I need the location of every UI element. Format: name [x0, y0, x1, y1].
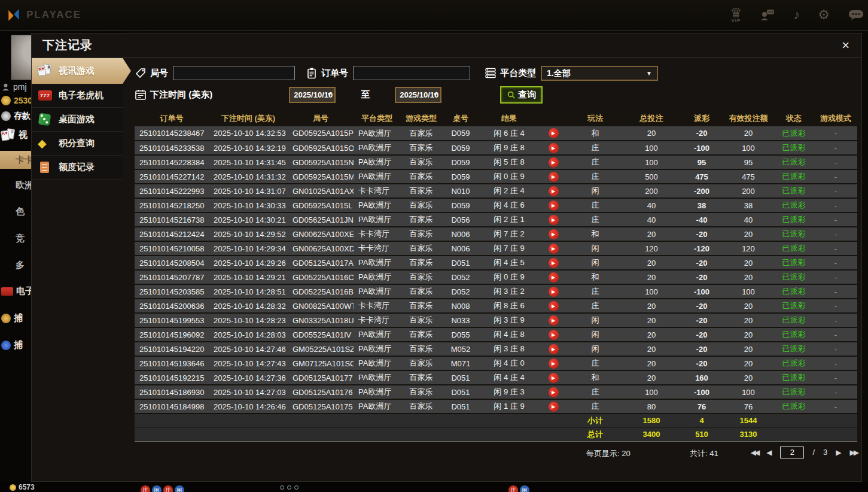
table-row[interactable]: 251010145216738 2025-10-10 14:30:21 GD05… — [135, 212, 857, 227]
person-icon — [1, 83, 10, 92]
col-order: 订单号 — [135, 111, 209, 126]
subtotal-label: 小计 — [568, 414, 623, 427]
roadmap-badges-2: 庄闲 — [508, 484, 531, 492]
menu-quota-records[interactable]: 额度记录 — [32, 156, 123, 180]
search-icon — [507, 90, 516, 99]
nav-slots-fragment[interactable]: 电子 — [1, 286, 34, 297]
bet-records-dialog: 下注记录 × 9K♥ 视讯游戏 777 电子老虎机 桌面游戏 ◆ 积分查询 — [31, 33, 862, 482]
table-row[interactable]: 251010145233538 2025-10-10 14:32:19 GD05… — [135, 141, 857, 155]
page-number-input[interactable] — [780, 447, 804, 458]
play-video-button[interactable]: ▶ — [549, 143, 559, 153]
lobby-bottom-fragment: 6573 庄闲庄闲 庄闲 — [0, 482, 868, 492]
play-icon: ▶ — [549, 258, 559, 268]
menu-video-games[interactable]: 9K♥ 视讯游戏 — [32, 58, 131, 84]
table-row[interactable]: 251010145208504 2025-10-10 14:29:26 GD05… — [135, 256, 857, 270]
play-video-button[interactable]: ▶ — [549, 229, 559, 239]
dialog-title-bar: 下注记录 × — [32, 34, 861, 57]
table-row[interactable]: 251010145238467 2025-10-10 14:32:53 GD05… — [135, 126, 857, 141]
table-row[interactable]: 251010145210058 2025-10-10 14:29:34 GN00… — [135, 241, 857, 256]
platform-type-select[interactable]: 1.全部 ▼ — [541, 66, 658, 81]
first-page-button[interactable]: ◀◀ — [751, 448, 758, 457]
play-video-button[interactable]: ▶ — [549, 373, 559, 383]
deposit-button[interactable]: 存款 — [1, 111, 31, 122]
menu-table-games[interactable]: 桌面游戏 — [32, 108, 123, 132]
col-result: 结果 — [479, 111, 539, 126]
table-row[interactable]: 251010145203585 2025-10-10 14:28:51 GD05… — [135, 284, 857, 299]
play-icon: ▶ — [549, 157, 559, 168]
play-video-button[interactable]: ▶ — [549, 201, 559, 211]
play-icon: ▶ — [549, 201, 559, 211]
play-icon: ▶ — [549, 128, 559, 138]
prev-page-button[interactable]: ◀ — [766, 448, 772, 457]
bet-time-label: 下注时间 (美东) — [150, 89, 212, 101]
table-row[interactable]: 251010145222993 2025-10-10 14:31:07 GN01… — [135, 184, 857, 198]
col-round: 局号 — [288, 111, 354, 126]
round-no-label: 局号 — [150, 68, 168, 79]
play-video-button[interactable]: ▶ — [549, 244, 559, 254]
play-video-button[interactable]: ▶ — [549, 315, 559, 326]
nav-fish1-fragment[interactable]: 捕 — [1, 312, 23, 324]
play-icon: ▶ — [549, 301, 559, 311]
round-no-input[interactable] — [173, 66, 295, 80]
order-no-input[interactable] — [353, 66, 470, 80]
date-from-select[interactable]: 2025/10/10 ▼ — [289, 87, 336, 103]
play-video-button[interactable]: ▶ — [549, 387, 559, 397]
play-video-button[interactable]: ▶ — [549, 258, 559, 268]
play-video-button[interactable]: ▶ — [549, 330, 559, 340]
gear-icon: ⚙ — [818, 8, 830, 22]
menu-slots[interactable]: 777 电子老虎机 — [32, 84, 123, 108]
query-button[interactable]: 查询 — [500, 86, 543, 104]
nav-duo-fragment[interactable]: 多 — [16, 260, 25, 271]
music-button[interactable]: ♪ — [793, 8, 800, 22]
play-icon: ▶ — [549, 402, 559, 412]
calendar-icon — [135, 89, 147, 101]
table-row[interactable]: 251010145207787 2025-10-10 14:29:21 GD05… — [135, 270, 857, 284]
table-row[interactable]: 251010145199553 2025-10-10 14:28:23 GN03… — [135, 313, 857, 327]
playace-logo[interactable]: PLAYACE — [6, 7, 81, 23]
play-icon: ▶ — [549, 387, 559, 397]
nav-se-fragment[interactable]: 色 — [16, 206, 25, 217]
col-wager: 玩法 — [568, 111, 623, 126]
username-fragment: pmj — [1, 82, 27, 92]
last-page-button[interactable]: ▶▶ — [850, 448, 857, 457]
play-video-button[interactable]: ▶ — [549, 186, 559, 196]
play-video-button[interactable]: ▶ — [549, 172, 559, 182]
play-video-button[interactable]: ▶ — [549, 272, 559, 283]
grand-total-total-bet: 3400 — [623, 427, 680, 441]
table-row[interactable]: 251010145184998 2025-10-10 14:26:46 GD05… — [135, 399, 857, 414]
table-row[interactable]: 251010145200636 2025-10-10 14:28:32 GN00… — [135, 299, 857, 313]
play-icon: ▶ — [549, 287, 559, 297]
table-row[interactable]: 251010145227142 2025-10-10 14:31:32 GD05… — [135, 169, 857, 184]
play-video-button[interactable]: ▶ — [549, 287, 559, 297]
table-row[interactable]: 251010145186930 2025-10-10 14:27:03 GD05… — [135, 385, 857, 399]
play-video-button[interactable]: ▶ — [549, 215, 559, 225]
table-row[interactable]: 251010145212424 2025-10-10 14:29:52 GN00… — [135, 227, 857, 241]
play-video-button[interactable]: ▶ — [549, 301, 559, 311]
play-icon: ▶ — [549, 186, 559, 196]
filter-row-2: 下注时间 (美东) 2025/10/10 ▼ 至 2025/10/10 ▼ — [135, 86, 863, 104]
customer-service-button[interactable] — [760, 8, 775, 22]
play-video-button[interactable]: ▶ — [549, 157, 559, 168]
table-row[interactable]: 251010145193646 2025-10-10 14:27:43 GM07… — [135, 356, 857, 370]
close-icon[interactable]: × — [842, 39, 849, 52]
nav-video-fragment[interactable]: 9K♥ 视 — [1, 129, 28, 141]
play-video-button[interactable]: ▶ — [549, 359, 559, 369]
vip-button[interactable]: ♛ VIP — [730, 7, 742, 23]
date-to-select[interactable]: 2025/10/10 ▼ — [395, 87, 441, 103]
nav-jing-fragment[interactable]: 竞 — [16, 233, 25, 244]
play-video-button[interactable]: ▶ — [549, 128, 559, 138]
next-page-button[interactable]: ▶ — [836, 448, 841, 457]
menu-points-query[interactable]: ◆ 积分查询 — [32, 132, 123, 156]
chat-button[interactable] — [848, 8, 864, 22]
nav-fish2-fragment[interactable]: 捕 — [1, 339, 23, 351]
play-video-button[interactable]: ▶ — [549, 344, 559, 354]
diamond-icon: ◆ — [38, 136, 53, 151]
table-row[interactable]: 251010145218250 2025-10-10 14:30:33 GD05… — [135, 198, 857, 212]
table-row[interactable]: 251010145196092 2025-10-10 14:28:03 GD05… — [135, 327, 857, 342]
table-row[interactable]: 251010145192215 2025-10-10 14:27:36 GD05… — [135, 370, 857, 385]
table-row[interactable]: 251010145228384 2025-10-10 14:31:45 GD05… — [135, 155, 857, 169]
settings-button[interactable]: ⚙ — [818, 8, 830, 22]
table-row[interactable]: 251010145194220 2025-10-10 14:27:46 GM05… — [135, 342, 857, 356]
screen: PLAYACE ♛ VIP ♪ ⚙ — [0, 0, 868, 492]
play-video-button[interactable]: ▶ — [549, 402, 559, 412]
